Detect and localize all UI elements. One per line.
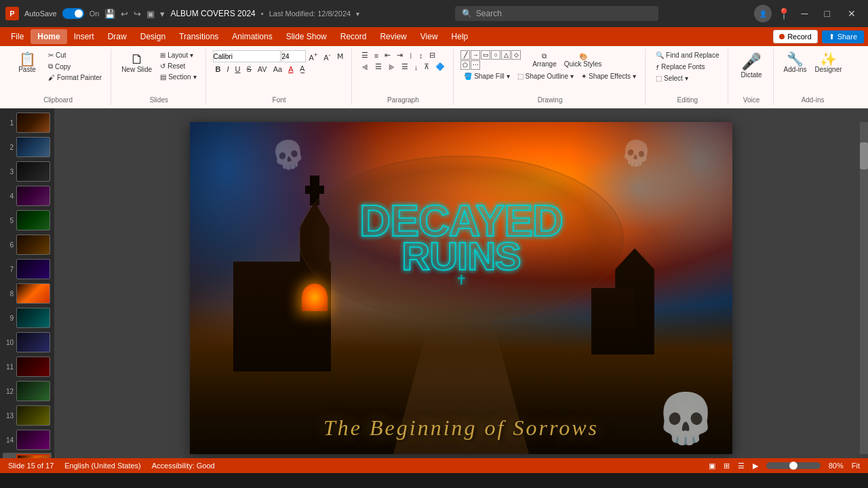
underline-button[interactable]: U (233, 64, 243, 74)
shape-triangle[interactable]: △ (501, 50, 511, 60)
text-direction-button[interactable]: ↓ (412, 62, 421, 72)
menu-draw[interactable]: Draw (101, 29, 134, 44)
location-icon[interactable]: 📍 (777, 7, 791, 20)
slide-thumb-6[interactable]: 6 (3, 233, 52, 256)
slide-thumb-8[interactable]: 8 (3, 282, 52, 305)
dropdown-arrow[interactable]: ▾ (356, 10, 359, 18)
view-reading-icon[interactable]: ☰ (738, 462, 745, 470)
change-case-button[interactable]: Aa (271, 64, 285, 74)
font-name-field[interactable] (213, 50, 281, 62)
shape-effects-button[interactable]: ✦ Shape Effects ▾ (578, 71, 639, 81)
copy-button[interactable]: ⧉ Copy (45, 61, 105, 72)
view-sorter-icon[interactable]: ⊞ (724, 462, 730, 470)
shape-rect[interactable]: ▭ (481, 50, 490, 60)
slide-thumb-10[interactable]: 10 (3, 331, 52, 354)
close-button[interactable]: ✕ (841, 5, 863, 22)
align-left-button[interactable]: ⫷ (359, 62, 372, 72)
decrease-indent-button[interactable]: ⇤ (382, 50, 393, 60)
zoom-slider[interactable] (766, 462, 821, 469)
bullets-button[interactable]: ☰ (359, 50, 371, 60)
menu-animations[interactable]: Animations (225, 29, 279, 44)
menu-help[interactable]: Help (445, 29, 475, 44)
canvas-area[interactable]: 💀 💀 💀 (54, 108, 868, 458)
shape-line[interactable]: ╱ (460, 50, 470, 60)
right-scrollbar[interactable] (860, 122, 868, 454)
select-button[interactable]: ⬚ Select ▾ (652, 73, 692, 83)
present-icon[interactable]: ▣ (146, 9, 155, 19)
slide-thumb-2[interactable]: 2 (3, 136, 52, 159)
shape-circle[interactable]: ○ (491, 50, 500, 60)
new-slide-button[interactable]: 🗋 New Slide (118, 50, 155, 75)
shape-diamond[interactable]: ◇ (511, 50, 521, 60)
add-remove-col-button[interactable]: ⊟ (427, 50, 438, 60)
addins-button[interactable]: 🔧 Add-ins (781, 50, 810, 75)
menu-file[interactable]: File (4, 29, 31, 44)
menu-slideshow[interactable]: Slide Show (279, 29, 334, 44)
slide-thumb-7[interactable]: 7 (3, 258, 52, 281)
char-spacing-button[interactable]: AV (255, 64, 270, 74)
slide-thumb-4[interactable]: 4 (3, 184, 52, 207)
autosave-toggle[interactable] (62, 8, 84, 19)
increase-font-button[interactable]: A+ (307, 51, 321, 62)
minimize-button[interactable]: ─ (796, 5, 814, 22)
zoom-handle[interactable] (789, 462, 797, 470)
justify-button[interactable]: ☰ (399, 62, 411, 72)
save-icon[interactable]: 💾 (104, 9, 115, 19)
replace-fonts-button[interactable]: Ꞙ Replace Fonts (652, 62, 708, 72)
slide-thumb-15[interactable]: 15 (3, 453, 52, 458)
slide-thumb-12[interactable]: 12 (3, 380, 52, 403)
slide-thumb-14[interactable]: 14 (3, 428, 52, 451)
layout-button[interactable]: ⊞ Layout ▾ (157, 50, 199, 60)
menu-insert[interactable]: Insert (67, 29, 101, 44)
redo-icon[interactable]: ↪ (134, 9, 141, 19)
decrease-font-button[interactable]: A- (321, 51, 333, 62)
slide-thumb-3[interactable]: 3 (3, 160, 52, 183)
slide-thumb-11[interactable]: 11 (3, 355, 52, 378)
shape-more[interactable]: ⋯ (471, 60, 480, 70)
menu-transitions[interactable]: Transitions (172, 29, 225, 44)
menu-record[interactable]: Record (334, 29, 374, 44)
numbering-button[interactable]: ≡ (372, 51, 381, 60)
menu-home[interactable]: Home (31, 29, 66, 44)
slide-thumb-13[interactable]: 13 (3, 404, 52, 427)
search-bar[interactable]: 🔍 (455, 6, 658, 21)
quick-styles-button[interactable]: 🎨 Quick Styles (561, 51, 606, 70)
cut-button[interactable]: ✂ Cut (45, 50, 105, 60)
shape-fill-button[interactable]: 🪣 Shape Fill ▾ (460, 71, 513, 81)
slide-thumb-9[interactable]: 9 (3, 306, 52, 329)
strikethrough-button[interactable]: S (244, 64, 254, 74)
text-align-button[interactable]: ⊼ (421, 62, 432, 72)
font-size-field[interactable] (281, 50, 306, 62)
designer-button[interactable]: ✨ Designer (812, 50, 846, 75)
bold-button[interactable]: B (213, 64, 224, 74)
undo-icon[interactable]: ↩ (121, 9, 128, 19)
dictate-button[interactable]: 🎤 Dictate (735, 50, 767, 81)
shape-pentagon[interactable]: ⬠ (460, 60, 470, 70)
scroll-thumb[interactable] (860, 142, 868, 169)
find-replace-button[interactable]: 🔍 Find and Replace (652, 50, 722, 60)
font-color-button[interactable]: A (285, 64, 296, 74)
increase-indent-button[interactable]: ⇥ (394, 50, 406, 60)
reset-button[interactable]: ↺ Reset (157, 61, 199, 71)
align-center-button[interactable]: ☰ (372, 62, 384, 72)
search-input[interactable] (476, 9, 652, 18)
view-present-icon[interactable]: ▶ (753, 462, 758, 470)
clear-format-button[interactable]: Ⅿ (334, 52, 346, 62)
maximize-button[interactable]: □ (819, 5, 835, 22)
view-normal-icon[interactable]: ▣ (709, 462, 715, 470)
section-button[interactable]: ▤ Section ▾ (157, 72, 199, 82)
fit-button[interactable]: Fit (852, 462, 860, 470)
paste-button[interactable]: 📋 Paste (11, 50, 43, 75)
align-right-button[interactable]: ⫸ (385, 62, 398, 72)
share-button[interactable]: ⬆ Share (822, 30, 864, 43)
smartart-button[interactable]: 🔷 (433, 62, 448, 72)
slide-thumb-1[interactable]: 1 (3, 111, 52, 134)
menu-review[interactable]: Review (373, 29, 413, 44)
menu-view[interactable]: View (414, 29, 445, 44)
format-painter-button[interactable]: 🖌 Format Painter (45, 73, 105, 83)
menu-design[interactable]: Design (134, 29, 172, 44)
slide-thumb-5[interactable]: 5 (3, 209, 52, 232)
profile-avatar[interactable]: 👤 (754, 5, 772, 22)
line-spacing-button[interactable]: ↕ (416, 51, 426, 60)
italic-button[interactable]: I (224, 64, 231, 74)
